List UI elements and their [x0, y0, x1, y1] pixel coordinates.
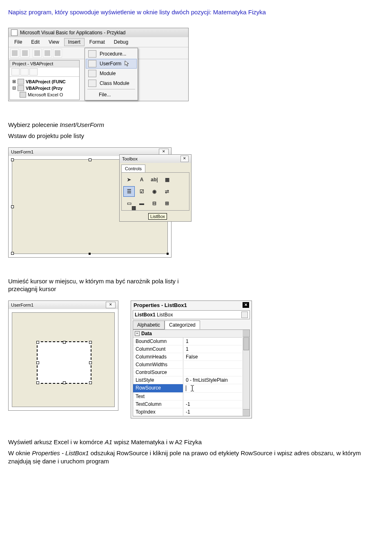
toolbox-checkbox[interactable]: ☑: [136, 186, 147, 197]
blank-icon: [88, 91, 96, 98]
menu-file[interactable]: File...: [86, 90, 137, 99]
app-icon: [11, 29, 18, 36]
menu-file[interactable]: File: [10, 38, 26, 46]
resize-handle[interactable]: [89, 158, 91, 161]
text-cursor-icon: [186, 385, 186, 391]
prop-row-textcolumn[interactable]: TextColumn-1: [133, 401, 242, 408]
classmodule-icon: [88, 80, 96, 87]
project-icon: [18, 85, 24, 91]
menu-format[interactable]: Format: [85, 38, 109, 46]
vba-window-title: Microsoft Visual Basic for Applications …: [20, 30, 126, 36]
properties-object-selector[interactable]: ListBox1 ListBox: [133, 310, 250, 319]
menu-item-label: Procedure...: [100, 51, 126, 57]
resize-handle[interactable]: [89, 381, 92, 384]
prop-row-topindex[interactable]: TopIndex-1: [133, 408, 242, 416]
tree-item[interactable]: Microsoft Excel O: [12, 91, 77, 98]
insert-dropdown-menu: Procedure... UserForm Module Class Modul…: [85, 48, 138, 100]
resize-handle[interactable]: [89, 361, 92, 364]
toolbox-tabstrip[interactable]: ⊟: [149, 198, 160, 209]
properties-grid: −Data BoundColumn1 ColumnCount1 ColumnHe…: [133, 329, 250, 416]
userform-title: UserForm1: [11, 303, 33, 307]
userform-canvas[interactable]: [12, 312, 115, 407]
userform-design-surface: [9, 309, 118, 410]
module-icon: [88, 70, 96, 77]
menu-classmodule[interactable]: Class Module: [86, 78, 137, 88]
project-panel-title: Project - VBAProject: [10, 60, 79, 67]
prop-row-columnheads[interactable]: ColumnHeadsFalse: [133, 353, 242, 361]
userform-icon: [88, 60, 96, 67]
menu-view[interactable]: View: [45, 38, 63, 46]
toolbar-btn[interactable]: [20, 49, 29, 58]
scrollbar-thumb[interactable]: [243, 337, 249, 350]
collapse-icon[interactable]: −: [135, 331, 140, 336]
menu-item-label: Module: [100, 71, 116, 76]
prop-row-liststyle[interactable]: ListStyle0 - fmListStylePlain: [133, 376, 242, 384]
panel-tool-btn[interactable]: [29, 68, 38, 76]
property-category-data[interactable]: −Data: [133, 330, 242, 338]
toolbox-tooltip: ListBox: [148, 213, 167, 220]
resize-handle[interactable]: [89, 341, 92, 344]
menu-separator: [87, 89, 135, 89]
toolbox-window: Toolbox ✕ Controls ➤ A ab| ▦ ☰ ☑ ◉ ⇄ ▭ ▬…: [119, 154, 192, 222]
menu-debug[interactable]: Debug: [110, 38, 132, 46]
close-icon[interactable]: ✕: [106, 302, 116, 308]
tab-alphabetic[interactable]: Alphabetic: [133, 320, 165, 329]
menu-edit[interactable]: Edit: [27, 38, 44, 46]
object-name: ListBox1: [135, 312, 156, 318]
listbox-control[interactable]: [37, 341, 91, 384]
toolbox-label[interactable]: A: [136, 174, 147, 185]
resize-handle[interactable]: [89, 253, 91, 255]
menu-module[interactable]: Module: [86, 69, 137, 78]
tree-item[interactable]: ⊟VBAProject (Przy: [12, 85, 77, 91]
toolbox-pointer[interactable]: ➤: [123, 174, 135, 185]
prop-row-text[interactable]: Text: [133, 393, 242, 401]
prop-row-rowsource[interactable]: RowSource: [133, 384, 242, 393]
tree-item[interactable]: ⊞VBAProject (FUNC: [12, 78, 77, 85]
scrollbar[interactable]: [243, 330, 249, 416]
toolbox-tab-controls[interactable]: Controls: [121, 165, 145, 172]
menu-item-label: UserForm: [100, 61, 121, 67]
toolbox-togglebutton[interactable]: ⇄: [161, 186, 173, 197]
resize-handle[interactable]: [36, 381, 39, 384]
menu-userform[interactable]: UserForm: [86, 59, 137, 69]
prop-row-columnwidths[interactable]: ColumnWidths: [133, 361, 242, 369]
menu-insert[interactable]: Insert: [64, 38, 85, 46]
text-insert-userform: Wybierz polecenie Insert/UserForm: [8, 121, 384, 129]
toolbox-combobox[interactable]: ▦: [161, 174, 173, 185]
vba-menubar: File Edit View Insert Format Debug: [9, 37, 188, 47]
tab-categorized[interactable]: Categorized: [165, 320, 200, 329]
close-icon[interactable]: ✕: [243, 302, 249, 308]
resize-handle[interactable]: [36, 341, 39, 344]
panel-tool-btn[interactable]: [11, 68, 20, 76]
toolbar-btn[interactable]: [33, 49, 42, 58]
toolbox-multipage[interactable]: ⊞: [161, 198, 173, 209]
prop-row-boundcolumn[interactable]: BoundColumn1: [133, 338, 242, 345]
tree-item-label: VBAProject (FUNC: [26, 79, 66, 84]
properties-window: Properties - ListBox1 ✕ ListBox1 ListBox…: [131, 300, 252, 418]
toolbar-btn[interactable]: [53, 49, 62, 58]
text-excel-cells: Wyświetl arkusz Excel i w komórce A1 wpi…: [8, 438, 384, 446]
toolbox-optionbutton[interactable]: ◉: [149, 186, 160, 197]
resize-handle[interactable]: [63, 341, 66, 344]
resize-handle[interactable]: [11, 158, 14, 161]
vba-editor-window: Microsoft Visual Basic for Applications …: [8, 28, 189, 101]
prop-row-controlsource[interactable]: ControlSource: [133, 369, 242, 376]
dropdown-icon[interactable]: [241, 312, 248, 318]
toolbar-btn[interactable]: [10, 49, 19, 58]
resize-handle[interactable]: [63, 381, 66, 384]
prop-row-columncount[interactable]: ColumnCount1: [133, 345, 242, 353]
toolbox-listbox[interactable]: ☰: [123, 186, 135, 197]
close-icon[interactable]: ✕: [180, 156, 189, 162]
project-tree: ⊞VBAProject (FUNC ⊟VBAProject (Przy Micr…: [10, 77, 79, 100]
resize-handle[interactable]: [11, 252, 14, 255]
panel-tool-btn[interactable]: [20, 68, 29, 76]
menu-procedure[interactable]: Procedure...: [86, 49, 137, 59]
resize-handle[interactable]: [11, 205, 14, 208]
resize-handle[interactable]: [167, 253, 169, 255]
toolbox-titlebar: Toolbox ✕: [120, 155, 191, 163]
userform-title: UserForm1: [11, 149, 33, 154]
resize-handle[interactable]: [36, 361, 39, 364]
toolbox-textbox[interactable]: ab|: [149, 174, 160, 185]
toolbar-btn[interactable]: [43, 49, 52, 58]
toolbox-image[interactable]: ▩: [128, 203, 139, 213]
